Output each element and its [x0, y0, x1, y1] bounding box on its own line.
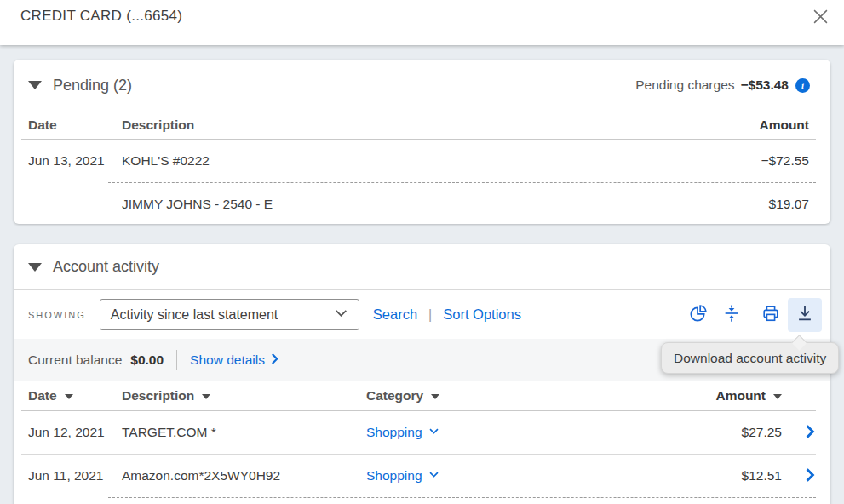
info-icon[interactable]: i [795, 78, 810, 93]
showing-label: SHOWING [28, 310, 86, 320]
close-icon [812, 9, 829, 27]
spending-chart-button[interactable] [680, 298, 715, 332]
pending-col-date: Date [28, 117, 122, 133]
divider [108, 497, 816, 498]
sort-triangle-icon [431, 394, 439, 399]
transaction-date: Jun 12, 2021 [28, 425, 122, 440]
pending-charges-label: Pending charges [635, 77, 734, 93]
page-title: CREDIT CARD (...6654) [20, 6, 182, 25]
table-row: Jun 11, 2021 Amazon.com*2X5WY0H92 Shoppi… [28, 455, 817, 497]
transaction-amount: $27.25 [596, 425, 782, 440]
triangle-down-icon [28, 263, 42, 272]
download-icon [795, 304, 814, 325]
activity-table-header: Date Description Category Amount [28, 381, 817, 410]
current-balance-value: $0.00 [130, 352, 164, 368]
chevron-right-icon [265, 352, 278, 368]
chevron-down-icon [334, 306, 348, 324]
current-balance-label: Current balance [28, 352, 122, 368]
table-row: JIMMY JOHNS - 2540 - E $19.07 [28, 183, 809, 226]
account-activity-section: Account activity SHOWING Activity since … [14, 244, 830, 504]
triangle-down-icon [28, 81, 42, 89]
pending-row-description: KOHL'S #0222 [122, 153, 656, 169]
pending-row-amount: −$72.55 [656, 153, 809, 169]
chevron-right-icon [805, 467, 815, 485]
pie-chart-icon [688, 304, 708, 326]
activity-filter-dropdown[interactable]: Activity since last statement [100, 299, 359, 330]
print-icon [761, 304, 780, 325]
pending-row-amount: $19.07 [656, 197, 809, 212]
print-button[interactable] [754, 298, 788, 332]
search-link[interactable]: Search [373, 306, 417, 323]
sort-by-date[interactable]: Date [28, 388, 122, 404]
divider [176, 350, 177, 370]
transaction-date: Jun 11, 2021 [28, 468, 122, 484]
activity-section-title: Account activity [53, 258, 159, 276]
show-details-link[interactable]: Show details [190, 352, 278, 368]
transaction-description: TARGET.COM * [122, 425, 366, 440]
collapse-rows-button[interactable] [715, 298, 749, 332]
table-row: Jun 12, 2021 TARGET.COM * Shopping $27.2… [28, 411, 817, 454]
pending-collapse-toggle[interactable]: Pending (2) [28, 77, 132, 94]
pending-col-amount: Amount [656, 117, 809, 133]
chevron-down-icon [422, 425, 439, 440]
table-row: Jun 13, 2021 KOHL'S #0222 −$72.55 [28, 140, 809, 182]
dialog-titlebar: CREDIT CARD (...6654) [0, 0, 844, 45]
sort-by-description[interactable]: Description [122, 388, 366, 404]
sort-triangle-icon [202, 394, 210, 399]
pending-charges-amount: −$53.48 [741, 77, 789, 93]
chevron-down-icon [422, 468, 439, 484]
transaction-category-link[interactable]: Shopping [366, 425, 439, 440]
pending-row-date: Jun 13, 2021 [28, 153, 122, 169]
sort-by-category[interactable]: Category [366, 388, 596, 404]
transaction-category-link[interactable]: Shopping [366, 468, 439, 484]
transaction-amount: $12.51 [596, 468, 782, 484]
pending-col-description: Description [122, 117, 656, 133]
transaction-detail-button[interactable] [805, 424, 815, 442]
pending-row-description: JIMMY JOHNS - 2540 - E [122, 197, 656, 212]
close-button[interactable] [808, 6, 832, 30]
transaction-description: Amazon.com*2X5WY0H92 [122, 468, 366, 484]
transaction-detail-button[interactable] [805, 467, 815, 485]
pending-table-header: Date Description Amount [28, 111, 809, 139]
download-tooltip: Download account activity [661, 342, 839, 374]
sort-options-link[interactable]: Sort Options [443, 306, 521, 323]
download-button[interactable] [788, 298, 822, 332]
activity-toolbar: SHOWING Activity since last statement Se… [14, 290, 830, 339]
chevron-right-icon [805, 424, 815, 442]
sort-triangle-icon [773, 394, 782, 399]
sort-by-amount[interactable]: Amount [596, 388, 782, 404]
activity-filter-value: Activity since last statement [111, 307, 278, 323]
link-separator: | [428, 307, 432, 323]
pending-section-title: Pending (2) [53, 77, 132, 94]
collapse-rows-icon [722, 304, 741, 325]
activity-collapse-toggle[interactable]: Account activity [28, 258, 159, 276]
sort-triangle-icon [65, 394, 73, 399]
pending-section: Pending (2) Pending charges −$53.48 i Da… [14, 60, 830, 224]
